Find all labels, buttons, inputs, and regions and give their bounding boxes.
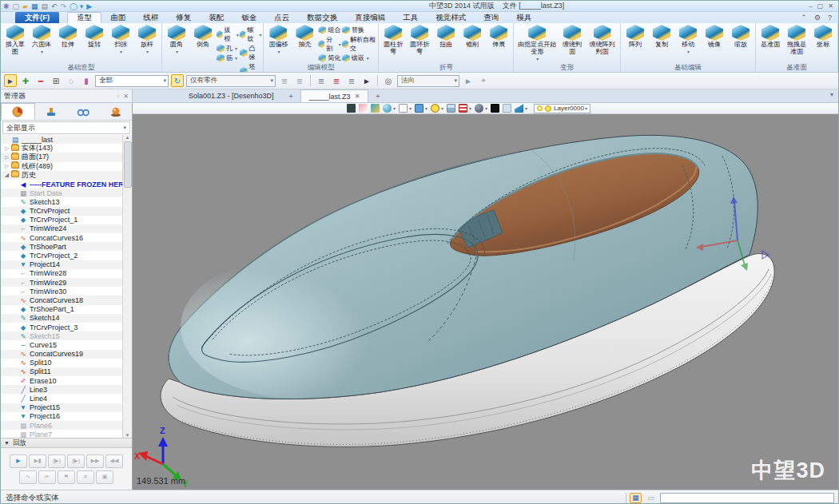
edit-tool-button[interactable]: ✏ (38, 470, 56, 484)
ribbon-small-button[interactable]: 坯料 (240, 62, 262, 73)
tree-item[interactable]: ▦Plane6 (1, 421, 132, 430)
play-to-button[interactable]: (▶) (67, 454, 85, 468)
ribbon-small-button[interactable]: 简化 (318, 54, 340, 62)
entity-filter-dropdown[interactable]: 全部▾ (95, 75, 169, 87)
curve-tool-button[interactable]: ∿ (19, 470, 37, 484)
step-end-button[interactable]: ▶▮ (29, 454, 46, 468)
sort-color-icon[interactable]: ≣ (330, 74, 343, 87)
undo-icon[interactable]: ↶ (51, 2, 58, 10)
lasso-select-icon[interactable]: ◌ (65, 74, 78, 87)
tree-item[interactable]: ∽Curve15 (1, 340, 132, 349)
display-mode-icon[interactable] (475, 104, 483, 113)
minimize-button[interactable]: ‒ (809, 2, 812, 10)
menu-tab-曲面[interactable]: 曲面 (101, 12, 134, 23)
tree-item[interactable]: ∿ConcatCurves18 (1, 296, 132, 304)
plane-view-icon[interactable] (415, 104, 423, 113)
pick-normal-icon[interactable]: ► (462, 74, 475, 87)
menu-tab-视觉样式[interactable]: 视觉样式 (427, 12, 475, 23)
rewind-button[interactable]: ◀◀ (105, 454, 123, 468)
background-dark-icon[interactable] (491, 104, 499, 113)
fast-forward-button[interactable]: ▶▶ (86, 454, 104, 468)
tree-item[interactable]: ∿ConcatCurves19 (1, 350, 132, 359)
filter-list2-icon[interactable]: ≣ (293, 74, 306, 87)
scroll-down-icon[interactable]: ▼ (125, 433, 130, 438)
circle-view-icon[interactable] (431, 104, 439, 113)
hatch-icon[interactable] (459, 104, 467, 113)
normal-mode-dropdown[interactable]: 法向▾ (397, 75, 459, 87)
ribbon-small-button[interactable]: 筋▾ (217, 54, 239, 62)
ribbon-small-button[interactable]: 镶嵌▾ (342, 54, 376, 62)
tree-item[interactable]: ╱Line3 (1, 385, 132, 394)
shade-sphere-icon[interactable] (383, 104, 392, 113)
delete-tool-button[interactable]: ✕ (77, 470, 94, 484)
ribbon-button[interactable]: 抽壳 (292, 24, 317, 50)
ribbon-button[interactable]: 锥削 (459, 24, 485, 50)
panel-minimize-icon[interactable]: ▫ (117, 93, 119, 100)
status-input-field[interactable] (660, 493, 834, 503)
menu-tab-查询[interactable]: 查询 (475, 12, 507, 23)
tree-item[interactable]: ◆TrCrvProject (1, 207, 132, 216)
tree-item[interactable]: ▷线框(489) (1, 162, 132, 171)
new-file-icon[interactable]: ▢ (13, 2, 20, 10)
ribbon-button[interactable]: 扭曲 (433, 24, 459, 50)
tree-item[interactable]: ◆TrCrvProject_1 (1, 216, 132, 224)
add-select-icon[interactable]: ✚ (19, 74, 32, 87)
ribbon-button[interactable]: 拉伸 (55, 24, 81, 50)
tree-item[interactable]: ✎Sketch15 (1, 331, 132, 340)
panel-close-icon[interactable]: ✕ (123, 93, 129, 100)
menu-tab-点云[interactable]: 点云 (265, 12, 298, 23)
ribbon-button[interactable]: 阵列 (622, 24, 648, 50)
ribbon-small-button[interactable]: 组合 (318, 26, 340, 34)
close-button[interactable]: ✕ (828, 2, 833, 10)
tree-scrollbar[interactable]: ▲▼ (122, 135, 132, 438)
ribbon-small-button[interactable]: 凸缘 (240, 44, 262, 62)
target-icon[interactable]: ⌖ (477, 74, 490, 87)
box-select-icon[interactable]: ⊞ (50, 74, 62, 87)
layer-visibility-bulb-icon[interactable] (537, 105, 543, 111)
ribbon-button[interactable]: 圆柱折弯 (380, 24, 406, 57)
menu-tab-工具[interactable]: 工具 (394, 12, 427, 23)
ribbon-small-button[interactable]: 螺纹▾ (240, 26, 262, 43)
tree-filter-dropdown[interactable]: 全部显示 ▾ (2, 121, 130, 134)
tree-item[interactable]: ▤_____last (1, 135, 132, 144)
play-icon[interactable]: ▶ (86, 2, 92, 10)
sort2-icon[interactable]: ≣ (345, 74, 358, 87)
settings-icon[interactable]: ⚙ (814, 14, 821, 22)
section-view-icon[interactable] (447, 104, 455, 113)
tab-history-manager[interactable] (1, 103, 35, 120)
ribbon-button[interactable]: 放样▾ (134, 24, 160, 55)
menu-tab-数据交换[interactable]: 数据交换 (298, 12, 346, 23)
tree-item[interactable]: ▷实体(143) (1, 144, 132, 153)
pick-dark-icon[interactable]: ► (360, 74, 373, 87)
sort-icon[interactable]: ≣ (315, 74, 328, 87)
tree-item[interactable]: ✐Erase10 (1, 376, 132, 385)
expand-arrow-icon[interactable]: ▷ (3, 163, 10, 169)
ribbon-button[interactable]: 拖拽基准面 (784, 24, 809, 57)
ribbon-button[interactable]: 缠绕到面 (559, 24, 585, 57)
shoe-3d-model[interactable]: Z X Y (133, 103, 838, 490)
tree-item[interactable]: ▼Project16 (1, 412, 132, 421)
eraser-icon[interactable] (359, 104, 368, 113)
play-button[interactable]: ▶ (10, 454, 27, 468)
table-toggle-icon[interactable]: ▦ (630, 493, 642, 503)
ribbon-button[interactable]: 缠绕阵列到面 (586, 24, 618, 57)
globe-icon[interactable]: ◎ (382, 74, 395, 87)
close-tab-icon[interactable]: ✕ (355, 93, 360, 100)
ribbon-small-button[interactable]: 拔模▾ (217, 26, 239, 43)
expand-arrow-icon[interactable]: ▷ (3, 145, 10, 152)
tab-assembly-manager[interactable] (35, 103, 68, 120)
app-logo-icon[interactable]: ❋ (3, 2, 10, 10)
restore-button[interactable]: ▢ (817, 2, 824, 10)
tree-item[interactable]: ∿Split11 (1, 367, 132, 376)
ribbon-button[interactable]: 六面体▾ (29, 24, 54, 55)
tab-render-manager[interactable] (100, 103, 133, 120)
ribbon-button[interactable]: 基准面 (757, 24, 783, 50)
ribbon-button[interactable]: 圆角▾ (164, 24, 189, 55)
ribbon-button[interactable]: 缩放 (728, 24, 754, 50)
pick-cursor-icon[interactable]: ► (4, 74, 17, 87)
file-menu-button[interactable]: 文件(F) (15, 12, 59, 23)
tab-visibility-manager[interactable] (67, 103, 100, 120)
tree-item[interactable]: ◆TrShoePart (1, 242, 132, 251)
open-file-icon[interactable]: ▰ (22, 2, 28, 10)
ribbon-button[interactable]: 旋转 (82, 24, 107, 50)
